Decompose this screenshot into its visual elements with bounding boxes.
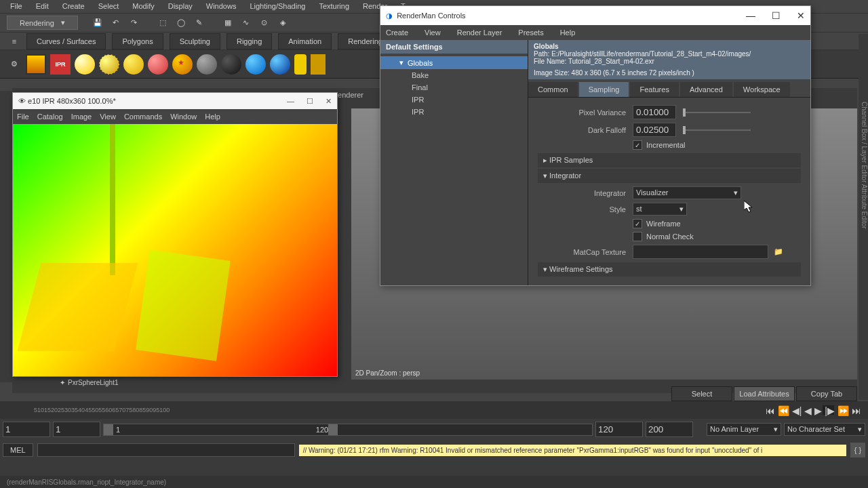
tree-final[interactable]: Final <box>380 81 528 94</box>
load-attributes-button[interactable]: Load Attributes <box>734 386 795 401</box>
menu-modify[interactable]: Modify <box>125 0 161 13</box>
tab-sampling[interactable]: Sampling <box>579 82 629 97</box>
blue-ball-icon[interactable] <box>245 54 266 75</box>
integrator-dropdown[interactable]: Visualizer▾ <box>633 186 741 199</box>
tab-advanced[interactable]: Advanced <box>680 82 732 97</box>
dark-ball-icon[interactable] <box>221 54 241 75</box>
sphere-icon[interactable] <box>123 54 144 75</box>
menu-create[interactable]: Create <box>56 0 92 13</box>
snap-grid-icon[interactable]: ▦ <box>220 16 235 30</box>
ipr-window-menu[interactable]: Window <box>170 113 197 121</box>
rm-help[interactable]: Help <box>560 28 576 37</box>
snap-curve-icon[interactable]: ∿ <box>239 16 254 30</box>
snap-point-icon[interactable]: ⊙ <box>257 16 272 30</box>
rm-close-icon[interactable]: ✕ <box>797 10 805 21</box>
ipr-titlebar[interactable]: 👁 e10 IPR 480x360 100.0%* — ☐ ✕ <box>13 93 337 109</box>
ws-rigging[interactable]: Rigging <box>226 33 272 49</box>
select-icon[interactable]: ⬚ <box>155 16 170 30</box>
minimize-icon[interactable]: — <box>287 97 294 106</box>
ipr-icon[interactable]: IPR <box>50 54 71 75</box>
folder-icon[interactable]: 📁 <box>774 247 783 256</box>
mel-input[interactable] <box>37 443 295 457</box>
rm-create[interactable]: Create <box>386 28 408 37</box>
dark-falloff-input[interactable] <box>633 123 676 137</box>
save-icon[interactable]: 💾 <box>90 16 105 30</box>
tree-ipr2[interactable]: IPR <box>380 106 528 118</box>
clapper-icon[interactable] <box>26 54 46 75</box>
undo-icon[interactable]: ↶ <box>108 16 123 30</box>
tree-ipr[interactable]: IPR <box>380 94 528 106</box>
paint-icon[interactable]: ✎ <box>192 16 207 30</box>
ipr-help[interactable]: Help <box>205 113 220 121</box>
tree-globals[interactable]: ▾Globals <box>380 56 528 69</box>
ws-polygons[interactable]: Polygons <box>112 33 163 49</box>
copy-tab-button[interactable]: Copy Tab <box>796 386 857 401</box>
menu-display[interactable]: Display <box>161 0 199 13</box>
redo-icon[interactable]: ↷ <box>127 16 142 30</box>
ipr-view[interactable]: View <box>100 113 116 121</box>
maximize-icon[interactable]: ☐ <box>307 97 313 106</box>
ipr-image[interactable]: Image <box>71 113 92 121</box>
char-set-dropdown[interactable]: No Character Set▾ <box>784 423 865 436</box>
section-ipr-samples[interactable]: ▸ IPR Samples <box>538 153 801 167</box>
section-wireframe-settings[interactable]: ▾ Wireframe Settings <box>538 262 801 277</box>
pixel-variance-slider[interactable] <box>683 112 751 113</box>
ipr-file[interactable]: File <box>17 113 29 121</box>
step-fwd-icon[interactable]: |▶ <box>825 405 835 416</box>
go-end-icon[interactable]: ⏭ <box>852 405 861 416</box>
calc-icon[interactable] <box>311 54 326 75</box>
eye-icon[interactable] <box>270 54 290 75</box>
normalcheck-checkbox[interactable] <box>633 232 642 241</box>
step-fwd-key-icon[interactable]: ⏩ <box>837 405 849 416</box>
step-back-icon[interactable]: ◀| <box>792 405 802 416</box>
range-end-inner[interactable] <box>595 422 643 437</box>
range-start-outer[interactable] <box>3 422 50 437</box>
rm-view[interactable]: View <box>425 28 441 37</box>
matcap-input[interactable] <box>633 245 768 259</box>
sun2-icon[interactable] <box>99 54 119 75</box>
rm-maximize-icon[interactable]: ☐ <box>772 10 781 21</box>
pixel-variance-input[interactable] <box>633 105 676 119</box>
range-start-inner[interactable] <box>53 422 100 437</box>
ws-curves[interactable]: Curves / Surfaces <box>26 33 106 49</box>
timeline-ruler[interactable]: 5101520253035404550556065707580859095100… <box>0 401 868 419</box>
play-back-icon[interactable]: ◀ <box>804 405 812 416</box>
star-ball-icon[interactable]: ★ <box>172 54 193 75</box>
wireframe-checkbox[interactable]: ✓ <box>633 219 642 228</box>
shelf-toggle-icon[interactable]: ≡ <box>7 34 22 49</box>
close-icon[interactable]: ✕ <box>326 97 332 106</box>
gray-ball-icon[interactable] <box>197 54 217 75</box>
dark-falloff-slider[interactable] <box>683 129 751 131</box>
tree-bake[interactable]: Bake <box>380 69 528 81</box>
menu-texturing[interactable]: Texturing <box>312 0 356 13</box>
ipr-commands[interactable]: Commands <box>124 113 162 121</box>
style-dropdown[interactable]: st▾ <box>633 203 687 216</box>
script-editor-icon[interactable]: { } <box>850 443 865 458</box>
red-ball-icon[interactable] <box>148 54 168 75</box>
rm-titlebar[interactable]: ◑ RenderMan Controls — ☐ ✕ <box>380 6 810 25</box>
menu-file[interactable]: File <box>3 0 29 13</box>
ws-sculpting[interactable]: Sculpting <box>170 33 220 49</box>
shelf-settings-icon[interactable]: ⚙ <box>7 57 22 72</box>
sun-icon[interactable] <box>75 54 95 75</box>
incremental-checkbox[interactable]: ✓ <box>633 140 642 150</box>
anim-layer-dropdown[interactable]: No Anim Layer▾ <box>707 423 781 436</box>
go-start-icon[interactable]: ⏮ <box>766 405 775 416</box>
rm-renderlayer[interactable]: Render Layer <box>457 28 502 37</box>
section-integrator[interactable]: ▾ Integrator <box>538 169 801 183</box>
menu-windows[interactable]: Windows <box>199 0 243 13</box>
menu-lighting[interactable]: Lighting/Shading <box>243 0 312 13</box>
ipr-render-view[interactable] <box>13 124 337 376</box>
select-button[interactable]: Select <box>671 386 732 401</box>
rm-presets[interactable]: Presets <box>518 28 543 37</box>
snap-plane-icon[interactable]: ◈ <box>275 16 290 30</box>
mel-label[interactable]: MEL <box>3 443 33 457</box>
range-slider[interactable]: 1 120 <box>103 424 593 436</box>
tab-workspace[interactable]: Workspace <box>734 82 790 97</box>
bulb-icon[interactable] <box>294 54 307 75</box>
tab-common[interactable]: Common <box>528 82 578 97</box>
mode-dropdown[interactable]: Rendering▾ <box>7 16 78 30</box>
range-rate[interactable] <box>646 422 693 437</box>
menu-edit[interactable]: Edit <box>29 0 56 13</box>
step-back-key-icon[interactable]: ⏪ <box>778 405 789 416</box>
